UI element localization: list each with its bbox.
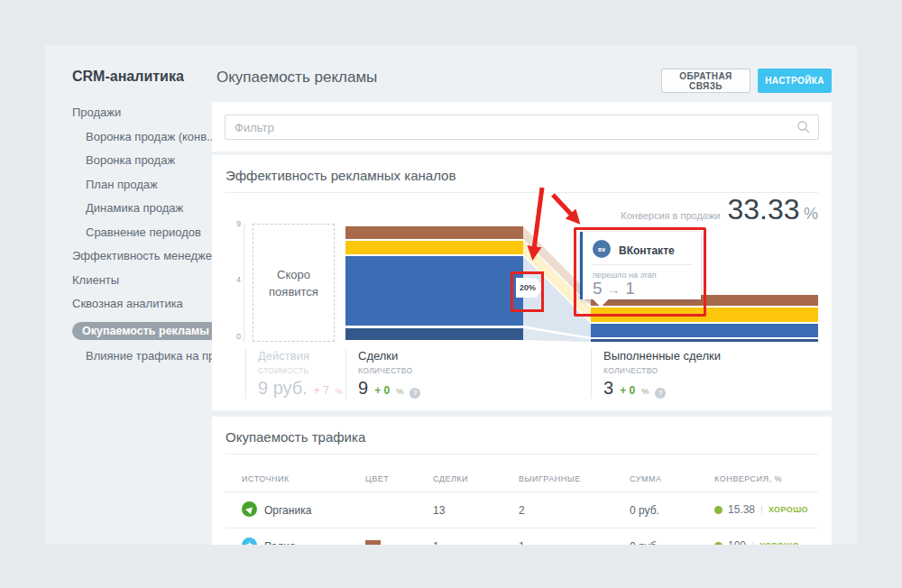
won-bar-darkblue-segment[interactable] bbox=[591, 339, 818, 342]
selected-pill[interactable]: Окупаемость рекламы bbox=[72, 322, 219, 340]
sum-cell: 0 руб. bbox=[630, 504, 659, 517]
conversion-number: 15.38 bbox=[728, 503, 755, 516]
stat-actions: Действия СТОИМОСТЬ 9 руб. + 7 % bbox=[245, 348, 343, 399]
col-conversion: КОНВЕРСИЯ, % bbox=[714, 474, 782, 483]
col-deals: СДЕЛКИ bbox=[433, 474, 468, 483]
feedback-button[interactable]: ОБРАТНАЯ СВЯЗЬ bbox=[661, 69, 750, 93]
sidebar-item-okupaemost-selected[interactable]: Окупаемость рекламы bbox=[72, 317, 212, 345]
col-color: ЦВЕТ bbox=[365, 474, 389, 483]
arrow-glyph bbox=[245, 504, 255, 514]
radio-source-icon: ★ bbox=[242, 537, 257, 545]
table-row-radio[interactable]: ★ Радио 1 1 0 руб. 100 | ХОРОШО bbox=[212, 528, 832, 545]
sidebar-item-skvoznaya[interactable]: Сквозная аналитика bbox=[72, 292, 212, 317]
col-source: ИСТОЧНИК bbox=[242, 474, 290, 483]
stat-caption: КОЛИЧЕСТВО bbox=[358, 366, 420, 375]
won-bar-blue-segment[interactable] bbox=[591, 324, 818, 337]
color-swatch bbox=[365, 540, 381, 545]
sidebar-item-plan[interactable]: План продаж bbox=[72, 173, 212, 198]
status-badge: ХОРОШО bbox=[769, 505, 808, 514]
sidebar-item-voronka[interactable]: Воронка продаж bbox=[72, 149, 212, 173]
deals-cell: 13 bbox=[433, 504, 445, 517]
won-cell: 2 bbox=[519, 504, 525, 517]
sidebar-item-sravnenie[interactable]: Сравнение периодов bbox=[72, 221, 212, 245]
stat-won-deals: Выполненные сделки КОЛИЧЕСТВО 3 + 0 % ? bbox=[591, 348, 721, 399]
conversion-cell: 100 | ХОРОШО bbox=[714, 539, 799, 545]
deals-bar-blue-segment[interactable] bbox=[345, 256, 523, 326]
stat-title: Выполненные сделки bbox=[603, 349, 721, 363]
source-name: Радио bbox=[264, 540, 296, 545]
filter-panel bbox=[212, 102, 832, 152]
app-title: CRM-аналитика bbox=[72, 69, 184, 85]
y-axis bbox=[244, 224, 244, 342]
stat-title: Действия bbox=[258, 349, 343, 363]
red-annotation-arrows bbox=[505, 180, 595, 280]
conversion-summary: Конверсия в продажи33.33 % bbox=[621, 193, 818, 226]
stat-deals: Сделки КОЛИЧЕСТВО 9 + 0 % ? bbox=[345, 348, 420, 399]
conversion-value: 33.33 bbox=[727, 193, 799, 225]
y-tick-9: 9 bbox=[232, 219, 241, 228]
conversion-number: 100 bbox=[728, 539, 746, 545]
sidebar-item-effektivnost[interactable]: Эффективность менеджер... bbox=[72, 244, 212, 269]
coming-soon-box: Скоро появится bbox=[253, 224, 335, 342]
traffic-panel-title: Окупаемость трафика bbox=[226, 429, 365, 445]
conversion-cell: 15.38 | ХОРОШО bbox=[714, 503, 808, 516]
stat-delta: + 7 bbox=[314, 384, 329, 397]
settings-button[interactable]: НАСТРОЙКА bbox=[758, 69, 832, 93]
divider bbox=[226, 454, 818, 455]
y-tick-0: 0 bbox=[232, 332, 241, 341]
conversion-unit: % bbox=[804, 205, 818, 223]
page-title: Окупаемость рекламы bbox=[216, 69, 377, 87]
sidebar-item-voronka-konv[interactable]: Воронка продаж (конв... bbox=[72, 125, 212, 150]
sidebar-nav: Продажи Воронка продаж (конв... Воронка … bbox=[72, 101, 212, 368]
stat-delta: + 0 bbox=[374, 384, 390, 397]
stat-value: 3 bbox=[603, 378, 613, 399]
status-dot-icon bbox=[714, 542, 723, 546]
stat-title: Сделки bbox=[358, 349, 420, 363]
deals-bar-yellow-segment[interactable] bbox=[345, 241, 523, 254]
divider: | bbox=[751, 540, 754, 545]
stat-unit: % bbox=[641, 387, 649, 396]
source-name: Органика bbox=[264, 504, 311, 517]
star-glyph: ★ bbox=[245, 541, 253, 545]
sidebar-item-prodazhi[interactable]: Продажи bbox=[72, 101, 212, 125]
conversion-label: Конверсия в продажи bbox=[621, 210, 720, 221]
stat-unit: % bbox=[336, 387, 343, 396]
stat-value: 9 bbox=[358, 378, 368, 399]
sidebar-item-klienty[interactable]: Клиенты bbox=[72, 269, 212, 293]
filter-input[interactable] bbox=[225, 115, 819, 140]
help-icon[interactable]: ? bbox=[655, 388, 666, 399]
stat-delta: + 0 bbox=[620, 384, 635, 397]
organic-source-icon bbox=[242, 501, 257, 517]
help-icon[interactable]: ? bbox=[410, 388, 420, 399]
stat-caption: СТОИМОСТЬ bbox=[258, 366, 343, 375]
stat-value: 9 руб. bbox=[258, 378, 308, 399]
funnel-panel: Эффективность рекламных каналов Конверси… bbox=[212, 155, 832, 410]
funnel-panel-title: Эффективность рекламных каналов bbox=[226, 168, 456, 183]
won-cell: 1 bbox=[519, 540, 525, 545]
stat-unit: % bbox=[396, 387, 403, 396]
col-won: ВЫИГРАННЫЕ bbox=[519, 474, 581, 483]
sidebar-item-vliyanie[interactable]: Влияние трафика на пр... bbox=[72, 345, 212, 369]
table-row-organic[interactable]: Органика 13 2 0 руб. 15.38 | ХОРОШО bbox=[212, 492, 832, 528]
search-icon[interactable] bbox=[797, 121, 810, 133]
sidebar-item-dinamika[interactable]: Динамика продаж bbox=[72, 197, 212, 221]
sum-cell: 0 руб. bbox=[630, 540, 659, 545]
deals-bar-darkblue-segment[interactable] bbox=[345, 328, 523, 340]
deals-cell: 1 bbox=[433, 540, 439, 545]
traffic-panel: Окупаемость трафика ИСТОЧНИК ЦВЕТ СДЕЛКИ… bbox=[212, 417, 832, 545]
col-sum: СУММА bbox=[630, 474, 661, 483]
funnel-stats-row: Действия СТОИМОСТЬ 9 руб. + 7 % Сделки К… bbox=[212, 348, 832, 400]
status-badge: ХОРОШО bbox=[759, 541, 799, 545]
status-dot-icon bbox=[714, 506, 723, 514]
divider: | bbox=[760, 504, 763, 515]
deals-bar-brown-segment[interactable] bbox=[345, 226, 523, 239]
stat-caption: КОЛИЧЕСТВО bbox=[603, 366, 721, 375]
y-tick-4: 4 bbox=[232, 275, 241, 284]
